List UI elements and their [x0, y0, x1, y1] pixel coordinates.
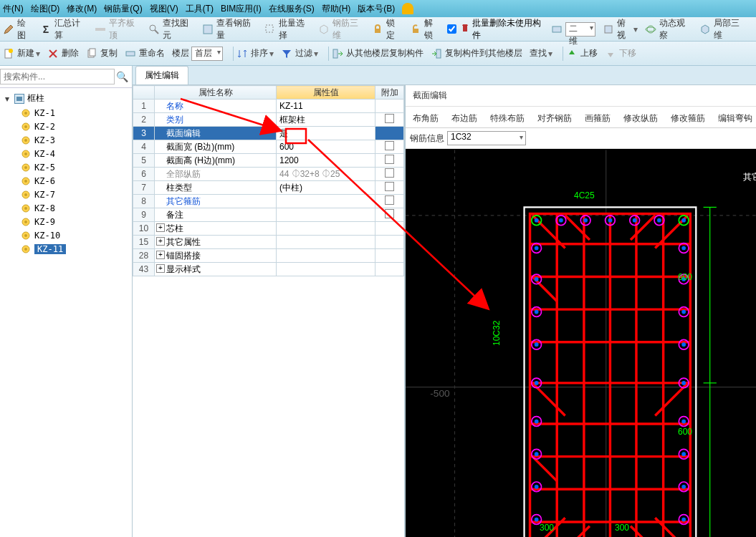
filter-button[interactable]: 过滤▾: [281, 47, 318, 59]
tree-item-kz-10[interactable]: KZ-10: [13, 229, 132, 242]
menu-view[interactable]: 视图(V): [150, 3, 178, 15]
prop-row-15[interactable]: 15+其它属性: [133, 236, 404, 249]
extra-checkbox[interactable]: [385, 168, 394, 178]
menu-bim[interactable]: BIM应用(I): [221, 3, 262, 15]
cse-tab-2[interactable]: 特殊布筋: [486, 110, 529, 127]
floor-select[interactable]: 楼层 首层: [172, 47, 223, 61]
prop-value[interactable]: [277, 208, 375, 222]
rename-button[interactable]: 重命名: [125, 47, 165, 59]
prop-value[interactable]: 1200: [277, 154, 375, 168]
prop-row-1[interactable]: 1名称KZ-11: [133, 100, 404, 113]
prop-value[interactable]: (中柱): [277, 181, 375, 195]
expand-icon[interactable]: +: [156, 264, 165, 273]
lock-button[interactable]: 锁定: [372, 17, 402, 42]
rebar-qty-button[interactable]: 查看钢筋量: [202, 17, 257, 42]
expand-icon[interactable]: +: [156, 251, 165, 259]
prop-value[interactable]: 是: [277, 127, 375, 140]
batch-select-button[interactable]: 批量选择: [264, 17, 311, 42]
prop-value[interactable]: [277, 263, 375, 276]
prop-row-6[interactable]: 6全部纵筋44 ⏀32+8 ⏀25: [133, 168, 404, 181]
local-3d-button[interactable]: 局部三维: [699, 17, 746, 42]
copy-to-floor-button[interactable]: 复制构件到其他楼层: [431, 47, 522, 59]
prop-value[interactable]: 44 ⏀32+8 ⏀25: [277, 168, 375, 181]
prop-value[interactable]: [277, 222, 375, 236]
copy-button[interactable]: 复制: [86, 47, 118, 59]
menu-rebar[interactable]: 钢筋量(Q): [104, 3, 142, 15]
prop-value[interactable]: [277, 236, 375, 249]
extra-checkbox[interactable]: [385, 209, 394, 218]
prop-value[interactable]: 框架柱: [277, 113, 375, 127]
cse-tab-7[interactable]: 编辑弯钩: [714, 110, 756, 127]
tree-item-kz-7[interactable]: KZ-7: [13, 188, 132, 201]
tree-root[interactable]: ▾ 框柱: [0, 91, 132, 106]
prop-row-28[interactable]: 28+锚固搭接: [133, 249, 404, 263]
cse-tab-1[interactable]: 布边筋: [447, 110, 482, 127]
rebar-info-combo[interactable]: 1C32: [447, 131, 526, 145]
move-down-button[interactable]: 下移: [605, 47, 636, 59]
cse-tab-0[interactable]: 布角筋: [408, 110, 443, 127]
prop-row-4[interactable]: 4截面宽 (B边)(mm)600: [133, 140, 404, 154]
extra-checkbox[interactable]: [385, 155, 394, 164]
flat-slab-button[interactable]: 平齐板顶: [95, 17, 141, 42]
menu-tools[interactable]: 工具(T): [186, 3, 214, 15]
cse-canvas[interactable]: 角筋 4C3箍筋 C10其它纵筋 20C -500: [406, 149, 756, 537]
prop-row-3[interactable]: 3截面编辑是: [133, 127, 404, 140]
new-button[interactable]: 新建▾: [3, 47, 40, 59]
dynamic-view-button[interactable]: 动态观察: [645, 17, 692, 42]
extra-checkbox[interactable]: [385, 195, 394, 205]
cse-tab-4[interactable]: 画箍筋: [580, 110, 615, 127]
extra-checkbox[interactable]: [385, 114, 394, 123]
menu-draw[interactable]: 绘图(D): [31, 3, 60, 15]
menu-modify[interactable]: 修改(M): [67, 3, 97, 15]
tree-item-kz-2[interactable]: KZ-2: [13, 120, 132, 133]
draw-button[interactable]: 绘图: [3, 17, 33, 42]
extra-checkbox[interactable]: [385, 182, 394, 191]
menu-file[interactable]: 件(N): [3, 3, 24, 15]
prop-row-7[interactable]: 7柱类型(中柱): [133, 181, 404, 195]
collapse-icon[interactable]: ▾: [3, 94, 11, 104]
find-element-button[interactable]: 查找图元: [148, 17, 195, 42]
prop-row-5[interactable]: 5截面高 (H边)(mm)1200: [133, 154, 404, 168]
top-view-button[interactable]: 俯视▾: [603, 17, 638, 42]
prop-value[interactable]: [277, 249, 375, 263]
svg-point-88: [583, 218, 588, 223]
cse-tab-3[interactable]: 对齐钢筋: [533, 110, 576, 127]
delete-unused-checkbox[interactable]: 批量删除未使用构件: [447, 17, 545, 42]
extra-checkbox[interactable]: [385, 141, 394, 150]
delete-button[interactable]: 删除: [47, 47, 79, 59]
menu-online[interactable]: 在线服务(S): [269, 3, 315, 15]
copy-from-floor-button[interactable]: 从其他楼层复制构件: [332, 47, 424, 59]
prop-row-9[interactable]: 9备注: [133, 208, 404, 222]
rebar-3d-button[interactable]: 钢筋三维: [318, 17, 365, 42]
prop-row-43[interactable]: 43+显示样式: [133, 263, 404, 276]
sort-button[interactable]: 排序▾: [236, 47, 274, 59]
search-icon[interactable]: 🔍: [115, 71, 129, 82]
move-up-button[interactable]: 上移: [566, 47, 598, 59]
tree-item-kz-1[interactable]: KZ-1: [13, 107, 132, 120]
expand-icon[interactable]: +: [156, 223, 165, 232]
search-input[interactable]: [0, 69, 115, 84]
tree-item-kz-4[interactable]: KZ-4: [13, 147, 132, 160]
unlock-button[interactable]: 解锁: [410, 17, 440, 42]
menu-version[interactable]: 版本号(B): [358, 3, 395, 15]
find-select[interactable]: 查找▾: [530, 47, 552, 59]
cse-tab-5[interactable]: 修改纵筋: [619, 110, 662, 127]
tree-item-kz-9[interactable]: KZ-9: [13, 216, 132, 228]
tree-item-kz-6[interactable]: KZ-6: [13, 175, 132, 188]
prop-value[interactable]: KZ-11: [277, 100, 375, 113]
prop-row-8[interactable]: 8其它箍筋: [133, 195, 404, 208]
prop-row-10[interactable]: 10+芯柱: [133, 222, 404, 236]
tree-item-kz-3[interactable]: KZ-3: [13, 134, 132, 147]
tree-item-kz-5[interactable]: KZ-5: [13, 161, 132, 174]
tab-properties[interactable]: 属性编辑: [135, 66, 188, 84]
prop-row-2[interactable]: 2类别框架柱: [133, 113, 404, 127]
cse-tab-6[interactable]: 修改箍筋: [666, 110, 709, 127]
tree-item-kz-8[interactable]: KZ-8: [13, 202, 132, 215]
prop-value[interactable]: 600: [277, 140, 375, 154]
tree-item-kz-11[interactable]: KZ-11: [13, 243, 132, 256]
menu-help[interactable]: 帮助(H): [322, 3, 351, 15]
expand-icon[interactable]: +: [156, 237, 165, 246]
prop-value[interactable]: [277, 195, 375, 208]
view-mode-select[interactable]: 二维: [551, 22, 595, 37]
sum-button[interactable]: Σ汇总计算: [40, 17, 87, 42]
